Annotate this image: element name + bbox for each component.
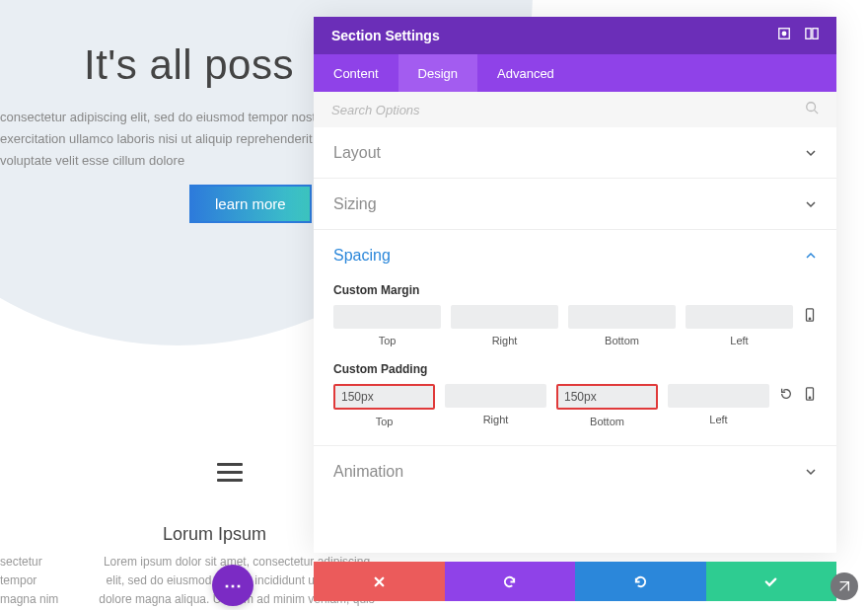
svg-point-1 bbox=[782, 32, 786, 36]
side-label: Right bbox=[483, 414, 509, 425]
search-icon[interactable] bbox=[805, 101, 819, 118]
help-fab-button[interactable] bbox=[831, 572, 858, 600]
hero-text: consectetur adipiscing elit, sed do eius… bbox=[0, 107, 365, 172]
tab-design[interactable]: Design bbox=[398, 54, 477, 92]
panel-header[interactable]: Section Settings bbox=[314, 17, 836, 54]
padding-bottom-input[interactable] bbox=[556, 384, 658, 410]
section-label: Sizing bbox=[333, 195, 377, 213]
builder-fab-button[interactable]: ⋯ bbox=[212, 565, 253, 606]
redo-button[interactable] bbox=[575, 562, 706, 601]
svg-point-8 bbox=[809, 397, 810, 398]
side-label: Left bbox=[709, 414, 727, 425]
section-label: Spacing bbox=[333, 247, 391, 265]
tab-content[interactable]: Content bbox=[314, 54, 398, 92]
search-row bbox=[314, 92, 836, 127]
margin-right-input[interactable] bbox=[451, 305, 558, 329]
save-button[interactable] bbox=[706, 562, 837, 601]
learn-more-button[interactable]: learn more bbox=[189, 185, 312, 223]
svg-rect-2 bbox=[806, 29, 811, 39]
cancel-button[interactable] bbox=[314, 562, 445, 601]
settings-panel: Section Settings Content Design Advanced… bbox=[314, 17, 836, 553]
panel-tabs: Content Design Advanced bbox=[314, 54, 836, 92]
section-spacing[interactable]: Spacing bbox=[314, 230, 836, 281]
side-label: Left bbox=[730, 335, 748, 346]
spacing-content: Custom Margin Top Right Bottom Left bbox=[314, 283, 836, 446]
side-label: Bottom bbox=[605, 335, 639, 346]
section-layout[interactable]: Layout bbox=[314, 127, 836, 179]
margin-left-input[interactable] bbox=[686, 305, 793, 329]
side-label: Top bbox=[376, 416, 394, 427]
chevron-down-icon bbox=[805, 198, 817, 210]
padding-left-input[interactable] bbox=[668, 384, 769, 408]
side-label: Bottom bbox=[590, 416, 624, 427]
responsive-icon[interactable] bbox=[803, 387, 817, 405]
side-label: Top bbox=[379, 335, 397, 346]
padding-top-input[interactable] bbox=[333, 384, 435, 410]
reset-icon[interactable] bbox=[779, 387, 793, 405]
ellipsis-icon: ⋯ bbox=[224, 574, 242, 596]
svg-point-6 bbox=[809, 318, 810, 319]
svg-rect-3 bbox=[813, 29, 818, 39]
hero-title: It's all poss bbox=[84, 41, 294, 89]
section-label: Animation bbox=[333, 463, 403, 481]
panel-title: Section Settings bbox=[331, 28, 440, 43]
section-label: Layout bbox=[333, 144, 381, 162]
panel-footer bbox=[314, 562, 836, 601]
snap-icon[interactable] bbox=[805, 27, 819, 44]
expand-icon[interactable] bbox=[777, 27, 791, 44]
responsive-icon[interactable] bbox=[803, 308, 817, 326]
padding-right-input[interactable] bbox=[445, 384, 546, 408]
chevron-down-icon bbox=[805, 466, 817, 478]
undo-button[interactable] bbox=[445, 562, 576, 601]
margin-label: Custom Margin bbox=[333, 283, 817, 297]
padding-label: Custom Padding bbox=[333, 362, 817, 376]
margin-top-input[interactable] bbox=[333, 305, 441, 329]
side-label: Right bbox=[492, 335, 518, 346]
section-animation[interactable]: Animation bbox=[314, 446, 836, 497]
blurb-title: Lorum Ipsum bbox=[163, 524, 266, 545]
search-input[interactable] bbox=[331, 103, 805, 117]
margin-bottom-input[interactable] bbox=[568, 305, 676, 329]
hamburger-icon bbox=[217, 458, 243, 487]
tab-advanced[interactable]: Advanced bbox=[477, 54, 574, 92]
svg-point-4 bbox=[807, 103, 816, 112]
chevron-down-icon bbox=[805, 147, 817, 159]
blurb-left-text: sectetur tempor magna nim ad bbox=[0, 553, 71, 610]
chevron-up-icon bbox=[805, 250, 817, 262]
section-sizing[interactable]: Sizing bbox=[314, 179, 836, 230]
